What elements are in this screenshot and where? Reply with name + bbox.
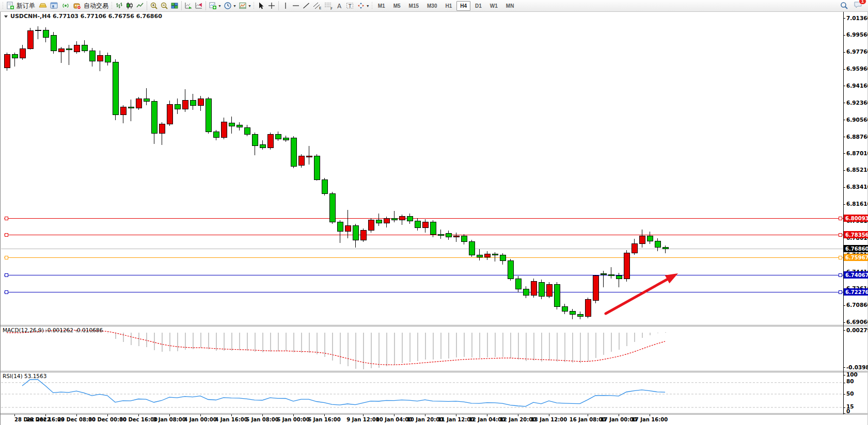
bar-chart-mode-icon <box>115 2 123 10</box>
candlestick <box>601 274 606 275</box>
candlestick <box>182 101 188 109</box>
zoom-in-button[interactable] <box>149 1 159 11</box>
candlestick <box>577 314 583 316</box>
horizontal-line-tool-button[interactable] <box>291 1 301 11</box>
text-label-tool-button[interactable]: T <box>344 1 356 11</box>
crosshair-button[interactable] <box>266 1 277 11</box>
periods-button[interactable]: ▼ <box>223 1 238 11</box>
time-axis-label: 3 Jan 08:00 <box>153 417 185 422</box>
templates-button[interactable]: ▼ <box>238 1 252 11</box>
price-axis-label: 6.85210 <box>846 167 868 173</box>
vertical-line-tool-button[interactable] <box>280 1 291 11</box>
profiles-button[interactable] <box>49 1 60 11</box>
candlestick <box>376 220 382 223</box>
line-anchor-handle[interactable] <box>839 256 842 259</box>
price-axis-label: 6.92360 <box>846 100 868 106</box>
candlestick <box>51 36 56 51</box>
candlestick <box>120 107 126 115</box>
candlestick <box>368 220 374 231</box>
candlestick <box>593 276 598 300</box>
group-drag-handle <box>111 2 113 9</box>
price-axis-label: 6.70860 <box>846 302 868 308</box>
candlestick-mode-button[interactable] <box>124 1 135 11</box>
candlestick <box>477 255 482 257</box>
line-chart-mode-button[interactable] <box>135 1 145 11</box>
candlestick <box>306 156 312 157</box>
notification-badge[interactable]: 1 <box>859 0 866 5</box>
candlestick <box>570 312 575 314</box>
candlestick <box>345 226 351 232</box>
toolbar-separator <box>206 1 206 10</box>
toolbar-separator <box>181 1 182 10</box>
candlestick <box>213 132 219 137</box>
new-order-label[interactable]: 新订单 <box>15 2 37 10</box>
chart-shift-icon <box>195 2 203 10</box>
time-axis-label: 4 Jan 16:00 <box>215 417 247 422</box>
chart-shift-button[interactable] <box>194 1 204 11</box>
vertical-line-icon <box>282 2 289 10</box>
line-anchor-handle[interactable] <box>5 256 8 259</box>
line-anchor-handle[interactable] <box>839 234 842 237</box>
bar-chart-mode-button[interactable] <box>114 1 124 11</box>
candlestick <box>159 124 165 134</box>
candlestick <box>655 241 660 248</box>
dropdown-arrow-icon: ▼ <box>233 4 236 8</box>
line-anchor-handle[interactable] <box>5 234 8 237</box>
candlestick <box>74 45 80 52</box>
gold-symbol-button[interactable] <box>37 1 49 11</box>
candlestick <box>662 248 668 249</box>
candlestick <box>438 234 444 235</box>
search-icon[interactable] <box>840 2 848 10</box>
timeframe-button-D1[interactable]: D1 <box>471 1 485 11</box>
zoom-out-button[interactable] <box>159 1 169 11</box>
candlestick <box>58 49 64 52</box>
candlestick <box>422 222 428 228</box>
group-drag-handle <box>371 2 373 9</box>
candlestick <box>608 275 614 276</box>
line-anchor-handle[interactable] <box>5 291 8 294</box>
svg-text:F: F <box>330 7 333 10</box>
timeframe-button-M30[interactable]: M30 <box>423 1 440 11</box>
timeframe-button-W1[interactable]: W1 <box>486 1 501 11</box>
candlestick <box>554 284 560 307</box>
chart-canvas[interactable]: 7.013606.995606.977606.959606.941606.923… <box>0 11 868 425</box>
cursor-button[interactable] <box>256 1 266 11</box>
cursor-icon <box>257 2 265 10</box>
dropdown-arrow-icon: ▼ <box>218 4 222 8</box>
text-tool-button[interactable]: A <box>334 1 344 11</box>
arrows-tool-button[interactable]: ▼ <box>356 1 371 11</box>
candlestick <box>113 62 118 115</box>
candlestick <box>585 299 591 316</box>
timeframe-button-M15[interactable]: M15 <box>405 1 422 11</box>
timeframe-button-M1[interactable]: M1 <box>374 1 389 11</box>
autotrading-button[interactable] <box>71 1 83 11</box>
candlestick <box>484 254 490 257</box>
tile-windows-button[interactable] <box>169 1 180 11</box>
line-anchor-handle[interactable] <box>839 274 842 277</box>
fibonacci-tool-button[interactable]: F <box>323 1 334 11</box>
line-anchor-handle[interactable] <box>5 274 8 277</box>
new-chart-button[interactable]: ▼ <box>208 1 223 11</box>
equidistant-channel-tool-button[interactable]: E <box>311 1 323 11</box>
line-anchor-handle[interactable] <box>839 291 842 294</box>
autotrading-label[interactable]: 自动交易 <box>83 2 111 10</box>
trendline-tool-button[interactable] <box>301 1 311 11</box>
candlestick <box>461 236 467 242</box>
new-order-button[interactable] <box>5 1 15 11</box>
line-anchor-handle[interactable] <box>5 217 8 220</box>
timeframe-button-MN[interactable]: MN <box>502 1 518 11</box>
price-tag-label: 6.76860 <box>845 246 868 252</box>
timeframe-button-H1[interactable]: H1 <box>441 1 455 11</box>
auto-scroll-button[interactable] <box>183 1 194 11</box>
price-axis-label: 6.87010 <box>846 150 868 156</box>
timeframe-button-M5[interactable]: M5 <box>390 1 404 11</box>
signals-button[interactable] <box>60 1 71 11</box>
timeframe-button-H4[interactable]: H4 <box>456 1 470 11</box>
rsi-axis-label: 50 <box>846 390 854 397</box>
svg-text:A: A <box>337 3 342 10</box>
text-tool-icon: A <box>335 2 343 10</box>
candlestick <box>89 51 95 61</box>
time-axis-label: 13 Jan 12:00 <box>531 417 567 422</box>
macd-indicator-label: MACD(12,26,9) -0.001262 -0.010686 <box>3 327 103 333</box>
line-anchor-handle[interactable] <box>839 217 842 220</box>
